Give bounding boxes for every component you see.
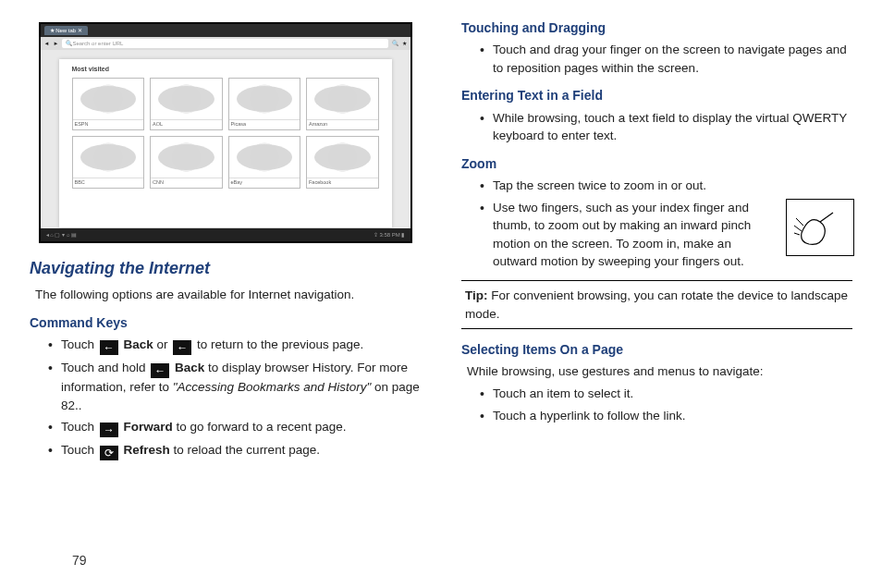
tip-text: For convenient browsing, you can rotate … [465,288,848,321]
right-column: Touching and Dragging Touch and drag you… [459,18,854,464]
back-arrow-icon: ← [151,363,169,378]
list-item: Touch → Forward to go forward to a recen… [48,418,423,437]
search-icon: 🔍 [392,40,398,48]
list-item: Touch and drag your finger on the screen… [480,41,854,77]
forward-icon: ► [53,40,58,48]
enter-text-heading: Entering Text in a Field [461,86,854,104]
site-thumb: BBC [72,136,145,189]
site-thumb: Facebook [306,136,379,189]
left-column: ★ New tab ✕ ◄ ► 🔍 Search or enter URL 🔍 … [28,18,423,464]
touch-drag-heading: Touching and Dragging [461,18,854,37]
list-item: Touch ← Back or ← to return to the previ… [48,336,423,355]
zoom-list: Tap the screen twice to zoom in or out. … [459,177,854,271]
most-visited-label: Most visited [72,65,379,74]
list-item: Touch and hold ← Back to display browser… [48,359,423,414]
command-keys-heading: Command Keys [30,313,423,332]
refresh-icon: ⟳ [100,446,118,460]
list-item: Touch a hyperlink to follow the link. [480,407,854,425]
site-thumb: Picasa [228,78,301,130]
tip-box: Tip: For convenient browsing, you can ro… [461,280,852,329]
command-keys-list: Touch ← Back or ← to return to the previ… [28,336,423,460]
most-visited-panel: Most visited ESPN AOL Picasa Amazon BBC … [59,59,392,227]
browser-screenshot: ★ New tab ✕ ◄ ► 🔍 Search or enter URL 🔍 … [39,22,412,243]
selecting-items-heading: Selecting Items On a Page [461,340,854,359]
enter-text-list: While browsing, touch a text field to di… [459,109,854,145]
device-navbar: ◂ ⌂ ▢ ▾ ⌕ ▤ ⇪ 3:58 PM ▮ [41,228,410,241]
list-item: Touch ⟳ Refresh to reload the current pa… [48,441,423,460]
list-item: Use two fingers, such as your index fing… [480,199,854,271]
site-thumb: eBay [228,136,301,189]
browser-toolbar: ◄ ► 🔍 Search or enter URL 🔍 ★ [41,37,410,50]
section-title: Navigating the Internet [30,256,423,280]
browser-tab: ★ New tab ✕ [44,26,88,36]
site-thumb: CNN [150,136,223,189]
forward-arrow-icon: → [100,423,118,437]
section-intro: The following options are available for … [35,286,423,304]
browser-tab-bar: ★ New tab ✕ [41,24,410,37]
list-item: Tap the screen twice to zoom in or out. [480,177,854,195]
list-item: While browsing, touch a text field to di… [480,109,854,145]
site-thumb: Amazon [306,78,379,130]
tip-label: Tip: [465,288,488,302]
touch-drag-list: Touch and drag your finger on the screen… [459,41,854,77]
back-arrow-icon: ← [173,340,191,355]
back-arrow-icon: ← [100,340,118,355]
site-thumb: ESPN [72,78,145,130]
site-thumb: AOL [150,78,223,130]
page-number: 79 [72,553,87,568]
star-icon: ★ [402,40,407,48]
zoom-heading: Zoom [461,154,854,173]
back-icon: ◄ [44,40,50,48]
list-item: Touch an item to select it. [480,385,854,403]
url-field: 🔍 Search or enter URL [62,39,387,48]
selecting-items-list: Touch an item to select it. Touch a hype… [459,385,854,424]
selecting-items-intro: While browsing, use gestures and menus t… [467,362,854,381]
pinch-gesture-icon [786,199,854,256]
